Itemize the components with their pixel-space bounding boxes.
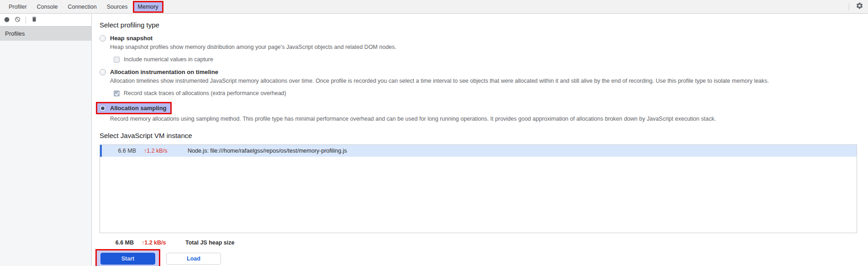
vm-allocation-rate: ↑1.2 kB/s bbox=[144, 148, 172, 154]
option-allocation-timeline: Allocation instrumentation on timeline A… bbox=[100, 69, 857, 96]
checkbox-checked-disabled-icon[interactable] bbox=[114, 90, 120, 96]
clear-button[interactable] bbox=[15, 16, 21, 24]
option-heap-snapshot: Heap snapshot Heap snapshot profiles sho… bbox=[100, 35, 857, 63]
profiles-label: Profiles bbox=[5, 30, 25, 37]
memory-panel: Select profiling type Heap snapshot Heap… bbox=[92, 14, 868, 266]
vm-instance-name: Node.js: file:///home/rafaelgss/repos/os… bbox=[188, 148, 347, 154]
checkbox-unchecked-icon[interactable] bbox=[114, 57, 120, 63]
tab-console[interactable]: Console bbox=[32, 1, 63, 13]
option-allocation-sampling: Allocation sampling Record memory alloca… bbox=[100, 102, 857, 122]
total-heap-label: Total JS heap size bbox=[185, 239, 234, 246]
vm-heap-size: 6.6 MB bbox=[113, 148, 136, 154]
allocation-sampling-description: Record memory allocations using sampling… bbox=[110, 116, 850, 122]
heap-snapshot-description: Heap snapshot profiles show memory distr… bbox=[110, 44, 850, 50]
radio-selected-icon[interactable] bbox=[100, 105, 106, 112]
vm-instance-heading: Select JavaScript VM instance bbox=[100, 132, 857, 139]
tab-bar-divider bbox=[849, 3, 849, 11]
vm-instance-row[interactable]: 6.6 MB ↑1.2 kB/s Node.js: file:///home/r… bbox=[100, 145, 857, 157]
block-clear-icon bbox=[15, 16, 21, 24]
total-heap-row: 6.6 MB ↑1.2 kB/s Total JS heap size bbox=[100, 239, 857, 246]
record-stack-traces-row[interactable]: Record stack traces of allocations (extr… bbox=[114, 90, 857, 96]
tab-profiler[interactable]: Profiler bbox=[4, 1, 32, 13]
allocation-timeline-radio-row[interactable]: Allocation instrumentation on timeline bbox=[100, 69, 857, 75]
tab-sources[interactable]: Sources bbox=[102, 1, 133, 13]
action-button-row: Start Load bbox=[100, 249, 857, 266]
radio-unselected-icon[interactable] bbox=[100, 69, 106, 75]
trash-icon bbox=[31, 16, 37, 24]
start-button[interactable]: Start bbox=[100, 253, 155, 265]
settings-button[interactable] bbox=[854, 2, 864, 12]
allocation-timeline-description: Allocation timelines show instrumented J… bbox=[110, 78, 850, 84]
profiling-type-heading: Select profiling type bbox=[100, 21, 857, 29]
profiles-sidebar: Profiles bbox=[0, 14, 92, 266]
allocation-sampling-label: Allocation sampling bbox=[110, 105, 167, 112]
devtools-tab-bar: Profiler Console Connection Sources Memo… bbox=[0, 0, 868, 14]
profiles-toolbar bbox=[0, 14, 91, 27]
record-circle-icon bbox=[4, 16, 10, 24]
tab-memory[interactable]: Memory bbox=[133, 1, 163, 13]
include-numerical-values-row[interactable]: Include numerical values in capture bbox=[114, 56, 857, 63]
heap-snapshot-label: Heap snapshot bbox=[110, 35, 153, 42]
vm-instance-list: 6.6 MB ↑1.2 kB/s Node.js: file:///home/r… bbox=[100, 144, 857, 233]
sidebar-item-profiles[interactable]: Profiles bbox=[0, 27, 91, 41]
heap-snapshot-radio-row[interactable]: Heap snapshot bbox=[100, 35, 857, 42]
radio-unselected-icon[interactable] bbox=[100, 35, 106, 42]
start-annotation-box: Start bbox=[95, 249, 160, 266]
tab-connection[interactable]: Connection bbox=[63, 1, 101, 13]
total-heap-size: 6.6 MB bbox=[111, 239, 134, 246]
toolbar-divider bbox=[26, 16, 26, 23]
delete-profile-button[interactable] bbox=[31, 16, 37, 24]
gear-icon bbox=[856, 2, 863, 11]
allocation-sampling-annotation-box: Allocation sampling bbox=[96, 102, 172, 114]
record-button[interactable] bbox=[4, 16, 10, 24]
allocation-timeline-label: Allocation instrumentation on timeline bbox=[110, 69, 218, 75]
record-stack-traces-label: Record stack traces of allocations (extr… bbox=[124, 90, 286, 96]
load-button[interactable]: Load bbox=[166, 253, 221, 265]
include-numerical-values-label: Include numerical values in capture bbox=[124, 56, 213, 63]
total-allocation-rate: ↑1.2 kB/s bbox=[142, 239, 170, 246]
